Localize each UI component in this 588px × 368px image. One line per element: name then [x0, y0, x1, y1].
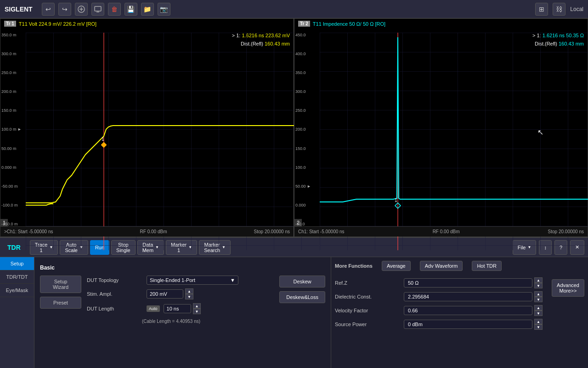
dut-topology-label: DUT Topology [87, 277, 142, 283]
stim-ampl-down[interactable]: ▼ [185, 294, 193, 299]
network-icon[interactable]: ⛓ [553, 3, 565, 16]
sidebar-setup[interactable]: Setup [0, 257, 34, 270]
setup-wizard-button[interactable]: Setup Wizard [40, 276, 81, 293]
ref-z-spinners: ▲ ▼ [534, 277, 543, 288]
velocity-input-group: 0.66 ▲ ▼ [404, 305, 543, 316]
left-chart-bottom: >Ch1: Start -5.00000 ns RF 0.00 dBm Stop… [0, 226, 294, 236]
display-button[interactable] [91, 3, 104, 16]
dut-length-input-group: Auto ▲ ▼ [147, 303, 201, 314]
svg-rect-6 [320, 33, 588, 250]
right-tr-badge: Tr 2 [298, 21, 310, 27]
right-chart-title: T11 Impedence 50 Ω/ 50 Ω [RO] [313, 21, 385, 27]
setup-actions: Setup Wizard Preset [40, 276, 81, 324]
param-list: Ref.Z 50 Ω ▲ ▼ Dielectric Const. [335, 277, 543, 333]
source-power-label: Source Power [335, 322, 404, 327]
deskew-loss-button[interactable]: Deskew&Loss [279, 291, 325, 303]
left-chart-rf: RF 0.00 dBm [140, 229, 167, 234]
sidebar-eye-mask[interactable]: Eye/Mask [0, 284, 34, 297]
average-button[interactable]: Average [382, 261, 411, 271]
logo: SIGLENT [5, 6, 33, 13]
stim-ampl-spinners: ▲ ▼ [185, 288, 193, 299]
dielectric-up[interactable]: ▲ [534, 291, 543, 297]
velocity-spinners: ▲ ▼ [534, 305, 543, 316]
ref-z-row: Ref.Z 50 Ω ▲ ▼ [335, 277, 543, 288]
velocity-value[interactable]: 0.66 [404, 306, 532, 315]
source-power-up[interactable]: ▲ [534, 319, 543, 324]
toolbar-icons: ↩ ↪ 🗑 💾 📁 📷 [42, 3, 536, 16]
undo-button[interactable]: ↩ [42, 3, 55, 16]
right-chart-start: Ch1: Start -5.00000 ns [298, 229, 345, 234]
deskew-button[interactable]: Deskew [279, 276, 325, 288]
stim-ampl-input-group: ▲ ▼ [147, 288, 193, 299]
left-chart-start: >Ch1: Start -5.00000 ns [4, 229, 53, 234]
ref-z-input-group: 50 Ω ▲ ▼ [404, 277, 543, 288]
ref-z-up[interactable]: ▲ [534, 277, 543, 283]
ref-z-value[interactable]: 50 Ω [404, 278, 532, 288]
folder-button[interactable]: 📁 [141, 3, 154, 16]
setup-form: DUT Topology Single-Ended 1-Port ▼ Stim.… [87, 276, 269, 324]
left-chart-num-badge: 1 [0, 219, 8, 226]
right-chart-header: Tr 2 T11 Impedence 50 Ω/ 50 Ω [RO] [294, 19, 588, 29]
grid-icon[interactable]: ⊞ [535, 3, 548, 16]
hot-tdr-button[interactable]: Hot TDR [472, 261, 502, 271]
right-chart-stop: Stop 20.00000 ns [548, 229, 584, 234]
more-functions-label: More Functions [335, 263, 373, 269]
save-button[interactable]: 💾 [124, 3, 137, 16]
sidebar-tdr-tdt[interactable]: TDR/TDT [0, 270, 34, 284]
preset-button[interactable]: Preset [40, 297, 81, 309]
source-power-down[interactable]: ▼ [534, 324, 543, 330]
right-chart-rf: RF 0.00 dBm [433, 229, 460, 234]
dielectric-down[interactable]: ▼ [534, 297, 543, 302]
tdr-label: TDR [4, 244, 24, 251]
basic-label: Basic [40, 261, 325, 273]
stim-ampl-input[interactable] [147, 289, 183, 299]
velocity-label: Velocity Factor [335, 308, 404, 313]
advanced-button[interactable]: Advanced More>> [552, 279, 584, 297]
delete-button[interactable]: 🗑 [108, 3, 121, 16]
adv-waveform-button[interactable]: Adv Waveform [420, 261, 463, 271]
dielectric-row: Dielectric Const. 2.295684 ▲ ▼ [335, 291, 543, 302]
source-power-input-group: 0 dBm ▲ ▼ [404, 319, 543, 330]
advanced-section: Advanced More>> [547, 277, 584, 333]
dut-topology-row: DUT Topology Single-Ended 1-Port ▼ [87, 276, 269, 285]
velocity-down[interactable]: ▼ [534, 310, 543, 316]
dielectric-input-group: 2.295684 ▲ ▼ [404, 291, 543, 302]
left-chart-title: T11 Volt 224.9 mV/ 226.2 mV [RO] [19, 21, 96, 27]
stim-ampl-label: Stim. Ampl. [87, 291, 142, 297]
tdr-panel: TDR Trace 1 ▼ Auto Scale ▼ Run Stop Sing… [0, 237, 588, 368]
dut-length-down[interactable]: ▼ [193, 309, 201, 314]
left-chart-header: Tr 1 T11 Volt 224.9 mV/ 226.2 mV [RO] [0, 19, 294, 29]
dielectric-value[interactable]: 2.295684 [404, 292, 532, 301]
left-tr-badge: Tr 1 [4, 21, 16, 27]
velocity-up[interactable]: ▲ [534, 305, 543, 310]
signal-add-button[interactable] [75, 3, 88, 16]
left-chart-panel: Tr 1 T11 Volt 224.9 mV/ 226.2 mV [RO] > … [0, 18, 294, 237]
dut-length-up[interactable]: ▲ [193, 303, 201, 309]
setup-panel: Basic Setup Wizard Preset DUT Topology [34, 257, 331, 368]
screenshot-button[interactable]: 📷 [158, 3, 170, 16]
cable-length-note: (Cable Length = 4.40953 ns) [142, 318, 269, 324]
stim-ampl-up[interactable]: ▲ [185, 288, 193, 294]
right-chart-bottom: Ch1: Start -5.00000 ns RF 0.00 dBm Stop … [294, 226, 588, 236]
ref-z-down[interactable]: ▼ [534, 283, 543, 288]
deskew-section: Deskew Deskew&Loss [279, 276, 325, 324]
left-chart-svg: 1 [26, 33, 319, 250]
velocity-row: Velocity Factor 0.66 ▲ ▼ [335, 305, 543, 316]
toolbar: SIGLENT ↩ ↪ 🗑 💾 📁 📷 ⊞ ⛓ Local [0, 0, 588, 18]
dut-length-input[interactable] [164, 304, 191, 313]
right-panel-header: More Functions Average Adv Waveform Hot … [335, 261, 584, 271]
dut-length-spinners: ▲ ▼ [193, 303, 201, 314]
dielectric-label: Dielectric Const. [335, 294, 404, 299]
svg-rect-1 [95, 6, 101, 11]
local-label: Local [570, 6, 583, 12]
source-power-value[interactable]: 0 dBm [404, 320, 532, 329]
svg-rect-2 [26, 33, 319, 250]
dut-length-label: DUT Length [87, 306, 142, 311]
left-chart-stop: Stop 20.00000 ns [254, 229, 290, 234]
redo-button[interactable]: ↪ [58, 3, 71, 16]
source-power-spinners: ▲ ▼ [534, 319, 543, 330]
svg-text:1: 1 [395, 198, 397, 203]
stim-ampl-row: Stim. Ampl. ▲ ▼ [87, 288, 269, 299]
dut-length-auto: Auto [147, 305, 160, 312]
dut-topology-select[interactable]: Single-Ended 1-Port ▼ [147, 276, 238, 285]
